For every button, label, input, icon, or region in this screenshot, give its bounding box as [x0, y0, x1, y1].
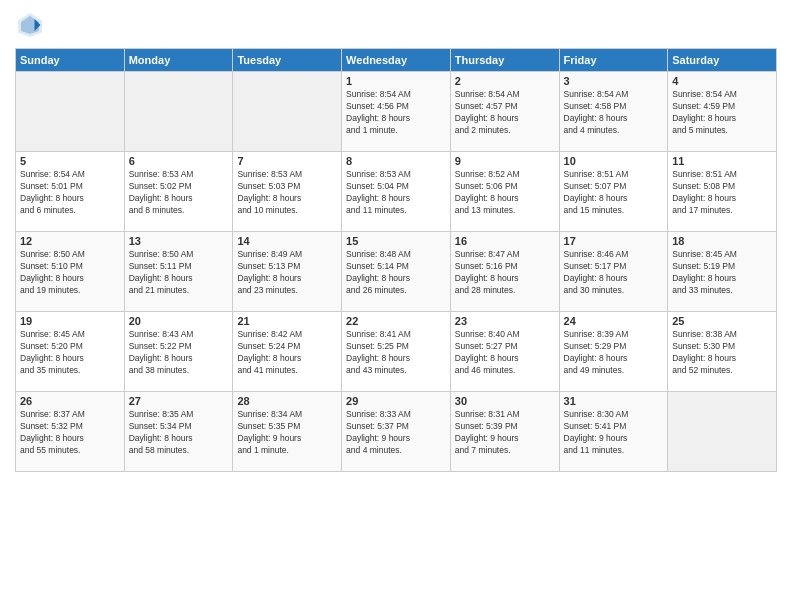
day-number: 2	[455, 75, 555, 87]
day-number: 17	[564, 235, 664, 247]
calendar-cell: 10Sunrise: 8:51 AMSunset: 5:07 PMDayligh…	[559, 152, 668, 232]
day-number: 11	[672, 155, 772, 167]
day-number: 19	[20, 315, 120, 327]
calendar-table: SundayMondayTuesdayWednesdayThursdayFrid…	[15, 48, 777, 472]
day-number: 9	[455, 155, 555, 167]
calendar-cell: 16Sunrise: 8:47 AMSunset: 5:16 PMDayligh…	[450, 232, 559, 312]
day-number: 13	[129, 235, 229, 247]
calendar-cell: 13Sunrise: 8:50 AMSunset: 5:11 PMDayligh…	[124, 232, 233, 312]
cell-text: Sunrise: 8:37 AMSunset: 5:32 PMDaylight:…	[20, 409, 120, 457]
calendar-cell: 3Sunrise: 8:54 AMSunset: 4:58 PMDaylight…	[559, 72, 668, 152]
cell-text: Sunrise: 8:53 AMSunset: 5:03 PMDaylight:…	[237, 169, 337, 217]
calendar-cell: 7Sunrise: 8:53 AMSunset: 5:03 PMDaylight…	[233, 152, 342, 232]
calendar-cell: 18Sunrise: 8:45 AMSunset: 5:19 PMDayligh…	[668, 232, 777, 312]
page-header	[15, 10, 777, 40]
calendar-week-row: 26Sunrise: 8:37 AMSunset: 5:32 PMDayligh…	[16, 392, 777, 472]
calendar-cell	[124, 72, 233, 152]
calendar-cell: 23Sunrise: 8:40 AMSunset: 5:27 PMDayligh…	[450, 312, 559, 392]
cell-text: Sunrise: 8:41 AMSunset: 5:25 PMDaylight:…	[346, 329, 446, 377]
calendar-cell: 6Sunrise: 8:53 AMSunset: 5:02 PMDaylight…	[124, 152, 233, 232]
cell-text: Sunrise: 8:50 AMSunset: 5:10 PMDaylight:…	[20, 249, 120, 297]
day-number: 23	[455, 315, 555, 327]
day-number: 4	[672, 75, 772, 87]
cell-text: Sunrise: 8:42 AMSunset: 5:24 PMDaylight:…	[237, 329, 337, 377]
day-number: 30	[455, 395, 555, 407]
calendar-cell: 14Sunrise: 8:49 AMSunset: 5:13 PMDayligh…	[233, 232, 342, 312]
calendar-header-thursday: Thursday	[450, 49, 559, 72]
calendar-cell	[668, 392, 777, 472]
day-number: 27	[129, 395, 229, 407]
day-number: 12	[20, 235, 120, 247]
page-container: SundayMondayTuesdayWednesdayThursdayFrid…	[0, 0, 792, 612]
calendar-cell: 24Sunrise: 8:39 AMSunset: 5:29 PMDayligh…	[559, 312, 668, 392]
cell-text: Sunrise: 8:53 AMSunset: 5:02 PMDaylight:…	[129, 169, 229, 217]
calendar-cell: 26Sunrise: 8:37 AMSunset: 5:32 PMDayligh…	[16, 392, 125, 472]
cell-text: Sunrise: 8:52 AMSunset: 5:06 PMDaylight:…	[455, 169, 555, 217]
calendar-cell	[233, 72, 342, 152]
calendar-week-row: 12Sunrise: 8:50 AMSunset: 5:10 PMDayligh…	[16, 232, 777, 312]
day-number: 3	[564, 75, 664, 87]
day-number: 18	[672, 235, 772, 247]
day-number: 16	[455, 235, 555, 247]
calendar-cell: 30Sunrise: 8:31 AMSunset: 5:39 PMDayligh…	[450, 392, 559, 472]
logo	[15, 10, 49, 40]
calendar-cell	[16, 72, 125, 152]
calendar-cell: 4Sunrise: 8:54 AMSunset: 4:59 PMDaylight…	[668, 72, 777, 152]
calendar-header-wednesday: Wednesday	[342, 49, 451, 72]
calendar-week-row: 1Sunrise: 8:54 AMSunset: 4:56 PMDaylight…	[16, 72, 777, 152]
cell-text: Sunrise: 8:46 AMSunset: 5:17 PMDaylight:…	[564, 249, 664, 297]
cell-text: Sunrise: 8:40 AMSunset: 5:27 PMDaylight:…	[455, 329, 555, 377]
day-number: 1	[346, 75, 446, 87]
calendar-cell: 29Sunrise: 8:33 AMSunset: 5:37 PMDayligh…	[342, 392, 451, 472]
day-number: 26	[20, 395, 120, 407]
cell-text: Sunrise: 8:31 AMSunset: 5:39 PMDaylight:…	[455, 409, 555, 457]
day-number: 22	[346, 315, 446, 327]
cell-text: Sunrise: 8:33 AMSunset: 5:37 PMDaylight:…	[346, 409, 446, 457]
day-number: 8	[346, 155, 446, 167]
day-number: 6	[129, 155, 229, 167]
calendar-header-sunday: Sunday	[16, 49, 125, 72]
calendar-cell: 27Sunrise: 8:35 AMSunset: 5:34 PMDayligh…	[124, 392, 233, 472]
calendar-header-friday: Friday	[559, 49, 668, 72]
cell-text: Sunrise: 8:34 AMSunset: 5:35 PMDaylight:…	[237, 409, 337, 457]
cell-text: Sunrise: 8:49 AMSunset: 5:13 PMDaylight:…	[237, 249, 337, 297]
day-number: 29	[346, 395, 446, 407]
day-number: 28	[237, 395, 337, 407]
calendar-cell: 22Sunrise: 8:41 AMSunset: 5:25 PMDayligh…	[342, 312, 451, 392]
day-number: 15	[346, 235, 446, 247]
day-number: 5	[20, 155, 120, 167]
day-number: 24	[564, 315, 664, 327]
day-number: 10	[564, 155, 664, 167]
cell-text: Sunrise: 8:43 AMSunset: 5:22 PMDaylight:…	[129, 329, 229, 377]
day-number: 21	[237, 315, 337, 327]
calendar-cell: 15Sunrise: 8:48 AMSunset: 5:14 PMDayligh…	[342, 232, 451, 312]
logo-icon	[15, 10, 45, 40]
calendar-cell: 19Sunrise: 8:45 AMSunset: 5:20 PMDayligh…	[16, 312, 125, 392]
cell-text: Sunrise: 8:39 AMSunset: 5:29 PMDaylight:…	[564, 329, 664, 377]
calendar-cell: 1Sunrise: 8:54 AMSunset: 4:56 PMDaylight…	[342, 72, 451, 152]
cell-text: Sunrise: 8:48 AMSunset: 5:14 PMDaylight:…	[346, 249, 446, 297]
cell-text: Sunrise: 8:45 AMSunset: 5:20 PMDaylight:…	[20, 329, 120, 377]
cell-text: Sunrise: 8:54 AMSunset: 5:01 PMDaylight:…	[20, 169, 120, 217]
calendar-cell: 8Sunrise: 8:53 AMSunset: 5:04 PMDaylight…	[342, 152, 451, 232]
calendar-cell: 5Sunrise: 8:54 AMSunset: 5:01 PMDaylight…	[16, 152, 125, 232]
cell-text: Sunrise: 8:51 AMSunset: 5:08 PMDaylight:…	[672, 169, 772, 217]
calendar-header-monday: Monday	[124, 49, 233, 72]
calendar-cell: 21Sunrise: 8:42 AMSunset: 5:24 PMDayligh…	[233, 312, 342, 392]
cell-text: Sunrise: 8:53 AMSunset: 5:04 PMDaylight:…	[346, 169, 446, 217]
cell-text: Sunrise: 8:54 AMSunset: 4:57 PMDaylight:…	[455, 89, 555, 137]
cell-text: Sunrise: 8:51 AMSunset: 5:07 PMDaylight:…	[564, 169, 664, 217]
day-number: 14	[237, 235, 337, 247]
cell-text: Sunrise: 8:54 AMSunset: 4:59 PMDaylight:…	[672, 89, 772, 137]
calendar-cell: 20Sunrise: 8:43 AMSunset: 5:22 PMDayligh…	[124, 312, 233, 392]
calendar-cell: 28Sunrise: 8:34 AMSunset: 5:35 PMDayligh…	[233, 392, 342, 472]
day-number: 7	[237, 155, 337, 167]
calendar-cell: 9Sunrise: 8:52 AMSunset: 5:06 PMDaylight…	[450, 152, 559, 232]
calendar-cell: 31Sunrise: 8:30 AMSunset: 5:41 PMDayligh…	[559, 392, 668, 472]
calendar-header-row: SundayMondayTuesdayWednesdayThursdayFrid…	[16, 49, 777, 72]
calendar-cell: 17Sunrise: 8:46 AMSunset: 5:17 PMDayligh…	[559, 232, 668, 312]
calendar-week-row: 19Sunrise: 8:45 AMSunset: 5:20 PMDayligh…	[16, 312, 777, 392]
cell-text: Sunrise: 8:30 AMSunset: 5:41 PMDaylight:…	[564, 409, 664, 457]
day-number: 31	[564, 395, 664, 407]
cell-text: Sunrise: 8:47 AMSunset: 5:16 PMDaylight:…	[455, 249, 555, 297]
